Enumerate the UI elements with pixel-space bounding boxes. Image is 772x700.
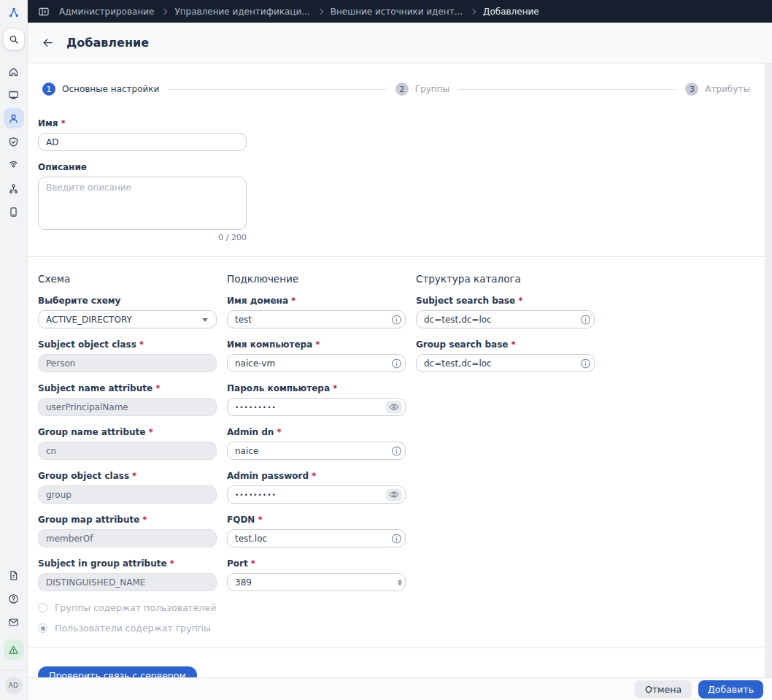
- computer-password-input[interactable]: [227, 398, 406, 416]
- breadcrumb-item[interactable]: Администрирование: [59, 7, 154, 17]
- step-3[interactable]: 3 Атрибуты: [685, 82, 750, 96]
- search-button[interactable]: [4, 29, 24, 50]
- required-mark: *: [518, 296, 522, 306]
- radio-groups-contain-users[interactable]: Группы содержат пользователей: [38, 602, 217, 613]
- step-2[interactable]: 2 Группы: [395, 82, 449, 96]
- back-button[interactable]: [42, 36, 54, 49]
- sidebar-item-help[interactable]: [4, 588, 24, 609]
- required-mark: *: [315, 339, 320, 350]
- group-map-attribute-input[interactable]: [38, 529, 217, 547]
- fqdn-field: FQDN*: [227, 515, 406, 547]
- admin-password-input[interactable]: [227, 485, 406, 504]
- stepper-up-icon[interactable]: [398, 579, 402, 582]
- required-mark: *: [132, 471, 136, 481]
- test-connection-button[interactable]: Проверить связь с сервером: [38, 666, 197, 677]
- char-counter: 0 / 200: [38, 233, 247, 242]
- required-mark: *: [258, 515, 262, 525]
- step-connector: [168, 89, 386, 90]
- subject-search-base-field: Subject search base*: [416, 296, 595, 328]
- cancel-button[interactable]: Отмена: [635, 680, 692, 699]
- subject-object-class-field: Subject object class*: [38, 339, 217, 372]
- info-icon[interactable]: [580, 358, 591, 369]
- domain-name-input[interactable]: [227, 310, 406, 328]
- monitor-icon: [7, 89, 20, 101]
- sidebar-item-alerts[interactable]: [4, 639, 24, 660]
- step-3-number: 3: [685, 82, 698, 96]
- description-textarea[interactable]: [38, 177, 247, 230]
- port-input[interactable]: [227, 573, 406, 591]
- description-label: Описание: [38, 162, 754, 172]
- sidebar-item-devices[interactable]: [4, 201, 24, 222]
- shield-check-icon: [7, 136, 20, 148]
- fqdn-input[interactable]: [227, 529, 406, 547]
- mail-icon: [7, 616, 20, 628]
- page-title: Добавление: [66, 36, 149, 50]
- name-label: Имя*: [38, 118, 754, 128]
- user-avatar[interactable]: AD: [5, 677, 23, 694]
- submit-button[interactable]: Добавить: [698, 680, 763, 699]
- sidebar-toggle-icon[interactable]: [38, 6, 50, 18]
- admin-dn-input[interactable]: [227, 442, 406, 460]
- sidebar-item-mail[interactable]: [4, 612, 24, 632]
- eye-icon[interactable]: [386, 401, 402, 413]
- admin-password-field: Admin password*: [227, 471, 406, 504]
- subject-in-group-attribute-input[interactable]: [38, 573, 217, 591]
- required-mark: *: [312, 471, 316, 481]
- schema-select[interactable]: ACTIVE_DIRECTORY: [38, 310, 217, 328]
- group-search-base-field: Group search base*: [416, 339, 595, 372]
- breadcrumb-separator-icon: [161, 8, 167, 14]
- name-input[interactable]: [38, 133, 247, 151]
- info-icon[interactable]: [391, 445, 402, 456]
- radio-icon: [38, 603, 47, 612]
- schema-select-label: Выберите схему: [38, 296, 217, 306]
- stepper-down-icon[interactable]: [398, 582, 402, 585]
- required-mark: *: [251, 558, 255, 569]
- content: 1 Основные настройки 2 Группы 3 Атрибуты…: [28, 64, 765, 677]
- sidebar-item-hierarchy[interactable]: [4, 178, 24, 199]
- step-3-label: Атрибуты: [705, 84, 750, 94]
- info-icon[interactable]: [580, 314, 591, 325]
- sidebar-item-identity[interactable]: [4, 108, 24, 128]
- sidebar-item-home[interactable]: [4, 61, 24, 82]
- required-mark: *: [142, 515, 147, 525]
- eye-icon[interactable]: [386, 488, 402, 501]
- domain-name-field: Имя домена*: [227, 296, 406, 328]
- computer-name-input[interactable]: [227, 354, 406, 372]
- info-icon[interactable]: [391, 533, 402, 544]
- radio-users-contain-groups[interactable]: Пользователи содержат группы: [38, 623, 217, 634]
- footer-actions: Отмена Добавить: [28, 677, 772, 700]
- group-name-attribute-field: Group name attribute*: [38, 427, 217, 460]
- step-2-label: Группы: [415, 84, 449, 94]
- info-icon[interactable]: [391, 314, 402, 325]
- sidebar-item-security[interactable]: [4, 131, 24, 152]
- breadcrumb-item[interactable]: Управление идентификаци...: [174, 7, 309, 17]
- required-mark: *: [277, 427, 281, 437]
- subject-name-attribute-input[interactable]: [38, 398, 217, 416]
- group-search-base-input[interactable]: [416, 354, 595, 372]
- sidebar-item-docs[interactable]: [4, 565, 24, 585]
- connection-title: Подключение: [227, 273, 406, 285]
- radio-checked-icon: [38, 623, 47, 633]
- form-area: Имя* Описание 0 / 200 Схема Выберите схе…: [28, 96, 765, 677]
- group-name-attribute-input[interactable]: [38, 442, 217, 460]
- subject-object-class-input[interactable]: [38, 354, 217, 372]
- schema-select-field: Выберите схему ACTIVE_DIRECTORY: [38, 296, 217, 328]
- connection-column: Подключение Имя домена* Имя компьютера*: [227, 273, 406, 602]
- subject-search-base-input[interactable]: [416, 310, 595, 328]
- sidebar: AD: [0, 0, 28, 700]
- breadcrumb-item[interactable]: Внешние источники идент...: [331, 7, 463, 17]
- port-field: Port*: [227, 558, 406, 591]
- search-icon: [8, 34, 20, 45]
- chevron-down-icon: [202, 318, 208, 322]
- document-icon: [7, 569, 20, 582]
- step-1[interactable]: 1 Основные настройки: [42, 82, 159, 96]
- number-stepper[interactable]: [398, 579, 402, 585]
- subject-name-attribute-field: Subject name attribute*: [38, 383, 217, 416]
- user-icon: [7, 112, 20, 125]
- info-icon[interactable]: [391, 358, 402, 369]
- sidebar-divider: [0, 670, 28, 671]
- sidebar-item-monitoring[interactable]: [4, 85, 24, 105]
- group-object-class-input[interactable]: [38, 485, 217, 504]
- sidebar-item-network[interactable]: [4, 155, 24, 175]
- subject-in-group-attribute-field: Subject in group attribute*: [38, 558, 217, 591]
